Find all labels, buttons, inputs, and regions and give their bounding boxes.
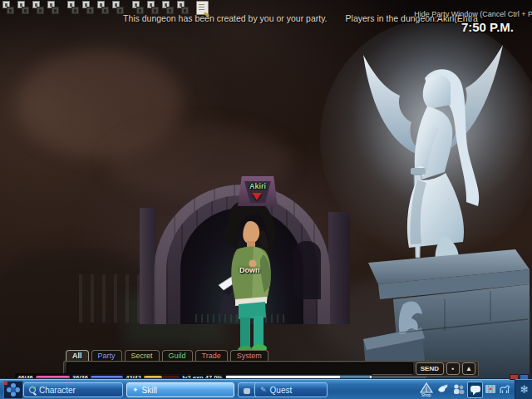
chat-tab-secret[interactable]: Secret	[125, 350, 160, 362]
snowflake-icon: ❄	[520, 383, 529, 396]
side-doorway	[293, 241, 321, 299]
map-icon	[484, 382, 497, 396]
dove-icon	[436, 382, 450, 396]
mount-tray-button[interactable]	[497, 382, 511, 397]
game-window: Akiri Down This dungeon has been created…	[0, 0, 532, 399]
dungeon-scene: Akiri Down	[0, 0, 532, 380]
chat-tab-system[interactable]: System	[230, 350, 268, 362]
hide-party-hint: Hide Party Window (Cancel Ctrl + P)	[414, 10, 532, 18]
hotkey-slot[interactable]	[86, 7, 94, 14]
dungeon-message: This dungeon has been created by you or …	[123, 13, 328, 23]
up-arrow-icon: ▲	[466, 365, 472, 372]
main-menu-button[interactable]	[3, 381, 23, 399]
skill-button[interactable]: ✦ Skill	[126, 382, 234, 397]
chat-tab-guild[interactable]: Guild	[162, 350, 193, 362]
game-clock: 7:50 P.M.	[461, 20, 514, 34]
character-button-label: Character	[39, 386, 76, 395]
horse-icon	[498, 382, 511, 396]
hotkey-slot[interactable]	[71, 7, 79, 14]
player-character[interactable]	[212, 196, 288, 356]
quest-button-label: Quest	[270, 386, 293, 395]
shop-icon-label: Shop	[419, 393, 433, 397]
player-nametag: Akiri	[234, 182, 281, 190]
party-leader-icon	[252, 193, 262, 200]
skill-star-icon: ✦	[132, 387, 139, 394]
hotkey-slot[interactable]	[52, 7, 59, 14]
chat-bubble-icon	[469, 383, 482, 397]
shop-tray-button[interactable]: Shop	[419, 382, 433, 397]
character-button[interactable]: Character	[23, 382, 123, 397]
chat-scroll-up-button[interactable]: ▲	[462, 362, 475, 375]
chat-tab-trade[interactable]: Trade	[195, 350, 228, 362]
hotkey-slot[interactable]	[101, 7, 109, 14]
magnifier-icon	[29, 387, 36, 393]
skill-button-label: Skill	[142, 386, 157, 395]
green-dot-icon	[33, 387, 36, 389]
party-people-icon	[452, 382, 466, 396]
chat-tab-all[interactable]: All	[66, 350, 89, 362]
goddess-statue	[320, 23, 532, 378]
map-tray-button[interactable]	[483, 382, 497, 397]
chat-option-button[interactable]: ▪	[446, 362, 460, 375]
hotkey-slot[interactable]	[22, 7, 29, 14]
hotkey-slot[interactable]	[7, 7, 14, 14]
party-tray-button[interactable]	[451, 382, 466, 397]
chat-tab-bar: All Party Secret Guild Trade System	[66, 350, 268, 362]
quest-button[interactable]: ✎ Quest	[254, 382, 328, 397]
clover-icon	[11, 387, 16, 392]
quill-icon: ✎	[260, 387, 267, 394]
hotkey-slot[interactable]	[37, 7, 44, 14]
chat-tab-party[interactable]: Party	[91, 350, 122, 362]
menu-snowflake-button[interactable]: ❄	[515, 379, 532, 399]
square-icon: ▪	[452, 365, 455, 372]
down-portal-label[interactable]: Down	[239, 266, 260, 274]
send-button[interactable]: SEND	[416, 362, 444, 375]
bag-icon	[244, 388, 250, 394]
chat-tray-button[interactable]	[467, 382, 483, 398]
dove-tray-button[interactable]	[436, 382, 450, 397]
